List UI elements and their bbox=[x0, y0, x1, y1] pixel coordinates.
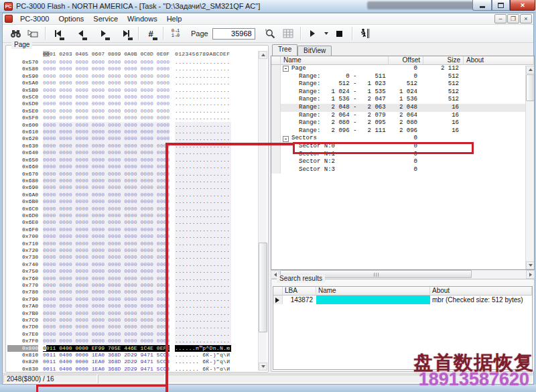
next-page-button[interactable] bbox=[96, 26, 111, 41]
tree-row-sector-n-3[interactable]: Sector N:30 bbox=[271, 166, 534, 174]
prev-page-button[interactable] bbox=[73, 26, 88, 41]
hex-row-0x750[interactable]: 0x7500000 0000 0000 0000 0000 0000 0000 … bbox=[7, 268, 257, 275]
menu-item-help[interactable]: Help bbox=[162, 14, 187, 23]
hex-row-0x6F0[interactable]: 0x6F00000 0000 0000 0000 0000 0000 0000 … bbox=[7, 226, 257, 233]
menu-item-options[interactable]: Options bbox=[54, 14, 88, 23]
mdi-restore-button[interactable]: ❐ bbox=[507, 14, 519, 23]
hex-row-0x5F0[interactable]: 0x5F00000 0000 0000 0000 0000 0000 0000 … bbox=[7, 115, 257, 121]
tree-row-range-2-096-2-111[interactable]: Range: 2 096 - 2 1112 09616 bbox=[271, 127, 534, 135]
hex-row-0x820[interactable]: 0x8200011 0400 0000 1EA0 368D 2D29 9471 … bbox=[7, 358, 257, 365]
hex-row-0x600[interactable]: 0x6000000 0000 0000 0000 0000 0000 0000 … bbox=[7, 122, 257, 129]
tab-tree[interactable]: Tree bbox=[272, 44, 297, 56]
hex-row-0x690[interactable]: 0x6900000 0000 0000 0000 0000 0000 0000 … bbox=[7, 184, 257, 191]
invert-bits-button[interactable]: 0→11→0 bbox=[168, 26, 183, 41]
maximize-button[interactable] bbox=[492, 0, 510, 11]
hex-row-0x5A0[interactable]: 0x5A00000 0000 0000 0000 0000 0000 0000 … bbox=[7, 80, 257, 86]
hex-row-0x580[interactable]: 0x5800000 0000 0000 0000 0000 0000 0000 … bbox=[7, 66, 257, 72]
tree-row-page[interactable]: Page02 112 bbox=[271, 65, 534, 73]
run-task-button[interactable] bbox=[357, 26, 372, 41]
column-size[interactable]: Size bbox=[423, 56, 464, 65]
column-lba[interactable]: LBA bbox=[283, 287, 316, 296]
tree-row-range-512-1-023[interactable]: Range: 512 - 1 023512512 bbox=[271, 80, 534, 88]
collapse-icon[interactable] bbox=[283, 136, 289, 142]
tree-row-range-1-536-2-047[interactable]: Range: 1 536 - 2 0471 536512 bbox=[271, 96, 534, 104]
hex-row-0x780[interactable]: 0x7800000 0000 0000 0000 0000 0000 0000 … bbox=[7, 289, 257, 296]
hex-row-0x5D0[interactable]: 0x5D00000 0000 0000 0000 0000 0000 0000 … bbox=[7, 101, 257, 107]
goto-page-button[interactable]: # bbox=[143, 26, 158, 41]
scrollbar-thumb[interactable] bbox=[526, 74, 535, 101]
hex-row-0x790[interactable]: 0x7900000 0000 0000 0000 0000 0000 0000 … bbox=[7, 296, 257, 303]
stop-button[interactable] bbox=[332, 26, 347, 41]
hex-row-0x810[interactable]: 0x8100011 0400 0000 1EA0 368D 2D29 9471 … bbox=[7, 352, 257, 358]
hex-row-0x640[interactable]: 0x6400000 0000 0000 0000 0000 0000 0000 … bbox=[7, 149, 257, 156]
hex-row-0x660[interactable]: 0x6600000 0000 0000 0000 0000 0000 0000 … bbox=[7, 164, 257, 170]
scroll-up-arrow[interactable] bbox=[526, 66, 535, 74]
hex-row-0x570[interactable]: 0x5700000 0000 0000 0000 0000 0000 0000 … bbox=[7, 59, 257, 66]
grid-view-button[interactable] bbox=[281, 26, 295, 41]
column-name[interactable]: Name bbox=[316, 287, 430, 296]
close-button[interactable]: ✕ bbox=[510, 0, 535, 11]
hex-row-0x800[interactable]: 0x8000011 0400 0000 EF99 705E 446E 1C4E … bbox=[7, 345, 257, 352]
scroll-down-arrow[interactable] bbox=[526, 261, 535, 269]
hex-row-0x5E0[interactable]: 0x5E00000 0000 0000 0000 0000 0000 0000 … bbox=[7, 108, 257, 115]
menu-item-pc-3000[interactable]: PC-3000 bbox=[15, 14, 54, 23]
hex-row-0x6C0[interactable]: 0x6C00000 0000 0000 0000 0000 0000 0000 … bbox=[7, 206, 257, 212]
hex-row-0x670[interactable]: 0x6700000 0000 0000 0000 0000 0000 0000 … bbox=[7, 171, 257, 178]
hex-row-0x5C0[interactable]: 0x5C00000 0000 0000 0000 0000 0000 0000 … bbox=[7, 94, 257, 101]
tree-row-range-0-511[interactable]: Range: 0 - 5110512 bbox=[271, 73, 534, 81]
hex-row-0x760[interactable]: 0x7600000 0000 0000 0000 0000 0000 0000 … bbox=[7, 275, 257, 282]
collapse-icon[interactable] bbox=[283, 66, 289, 72]
hex-row-0x7D0[interactable]: 0x7D00000 0000 0000 0000 0000 0000 0000 … bbox=[7, 324, 257, 330]
hex-row-0x7A0[interactable]: 0x7A00000 0000 0000 0000 0000 0000 0000 … bbox=[7, 303, 257, 310]
hex-row-0x6A0[interactable]: 0x6A00000 0000 0000 0000 0000 0000 0000 … bbox=[7, 192, 257, 198]
column-about[interactable]: About bbox=[430, 287, 532, 296]
start-options-dropdown[interactable] bbox=[323, 26, 330, 41]
hex-row-0x610[interactable]: 0x6100000 0000 0000 0000 0000 0000 0000 … bbox=[7, 129, 257, 135]
preview-button[interactable] bbox=[263, 26, 278, 41]
scroll-down-arrow[interactable] bbox=[259, 363, 267, 371]
hex-row-0x620[interactable]: 0x6200000 0000 0000 0000 0000 0000 0000 … bbox=[7, 135, 257, 142]
tree-row-range-1-024-1-535[interactable]: Range: 1 024 - 1 5351 024512 bbox=[271, 88, 534, 96]
tree-row-range-2-080-2-095[interactable]: Range: 2 080 - 2 0952 08016 bbox=[271, 119, 534, 127]
hex-view[interactable]: 0001 0203 0405 0607 0809 0A0B 0C0D 0E0F … bbox=[7, 51, 257, 371]
hex-row-0x6D0[interactable]: 0x6D00000 0000 0000 0000 0000 0000 0000 … bbox=[7, 212, 257, 219]
menu-item-service[interactable]: Service bbox=[88, 14, 123, 23]
hex-row-0x730[interactable]: 0x7300000 0000 0000 0000 0000 0000 0000 … bbox=[7, 254, 257, 261]
tree-row-sector-n-2[interactable]: Sector N:20 bbox=[271, 158, 534, 166]
tree-row-range-2-048-2-063[interactable]: Range: 2 048 - 2 0632 04816 bbox=[271, 104, 534, 112]
find-button[interactable] bbox=[8, 26, 23, 41]
hex-row-0x720[interactable]: 0x7200000 0000 0000 0000 0000 0000 0000 … bbox=[7, 247, 257, 254]
hex-row-0x590[interactable]: 0x5900000 0000 0000 0000 0000 0000 0000 … bbox=[7, 73, 257, 80]
column-name[interactable]: Name bbox=[281, 56, 389, 65]
mdi-minimize-button[interactable]: – bbox=[494, 14, 507, 23]
tree-vertical-scrollbar[interactable] bbox=[525, 66, 534, 269]
hex-row-0x6E0[interactable]: 0x6E00000 0000 0000 0000 0000 0000 0000 … bbox=[7, 219, 257, 226]
scroll-up-arrow[interactable] bbox=[259, 51, 267, 59]
hex-row-0x7B0[interactable]: 0x7B00000 0000 0000 0000 0000 0000 0000 … bbox=[7, 310, 257, 317]
column-offset[interactable]: Offset bbox=[389, 56, 423, 65]
hex-row-0x7E0[interactable]: 0x7E00000 0000 0000 0000 0000 0000 0000 … bbox=[7, 331, 257, 338]
hex-vertical-scrollbar[interactable] bbox=[258, 51, 267, 371]
minimize-button[interactable] bbox=[472, 0, 492, 11]
tree-row-range-2-064-2-079[interactable]: Range: 2 064 - 2 0792 06416 bbox=[271, 112, 534, 120]
column-about[interactable]: About bbox=[464, 56, 534, 65]
hex-row-0x5B0[interactable]: 0x5B00000 0000 0000 0000 0000 0000 0000 … bbox=[7, 87, 257, 94]
map-button[interactable] bbox=[25, 26, 40, 41]
hex-row-0x830[interactable]: 0x8300011 0400 0000 1EA0 368D 2D29 9471 … bbox=[7, 366, 257, 371]
scrollbar-thumb[interactable] bbox=[259, 243, 267, 332]
last-page-button[interactable] bbox=[119, 26, 133, 41]
hex-row-0x740[interactable]: 0x7400000 0000 0000 0000 0000 0000 0000 … bbox=[7, 261, 257, 268]
start-button[interactable] bbox=[306, 26, 320, 41]
tab-bitview[interactable]: BitView bbox=[297, 46, 332, 56]
hex-row-0x650[interactable]: 0x6500000 0000 0000 0000 0000 0000 0000 … bbox=[7, 157, 257, 164]
hex-row-0x710[interactable]: 0x7100000 0000 0000 0000 0000 0000 0000 … bbox=[7, 241, 257, 247]
hex-row-0x6B0[interactable]: 0x6B00000 0000 0000 0000 0000 0000 0000 … bbox=[7, 198, 257, 205]
scroll-right-arrow[interactable] bbox=[526, 270, 535, 279]
hex-row-0x7F0[interactable]: 0x7F00000 0000 0000 0000 0000 0000 0000 … bbox=[7, 338, 257, 344]
page-input[interactable] bbox=[212, 28, 255, 40]
first-page-button[interactable] bbox=[50, 26, 65, 41]
hex-row-0x7C0[interactable]: 0x7C00000 0000 0000 0000 0000 0000 0000 … bbox=[7, 317, 257, 324]
hex-row-0x680[interactable]: 0x6800000 0000 0000 0000 0000 0000 0000 … bbox=[7, 178, 257, 184]
search-result-row[interactable]: 143872mbr (Checked size: 512 bytes) bbox=[273, 296, 532, 304]
hex-row-0x770[interactable]: 0x7700000 0000 0000 0000 0000 0000 0000 … bbox=[7, 282, 257, 289]
